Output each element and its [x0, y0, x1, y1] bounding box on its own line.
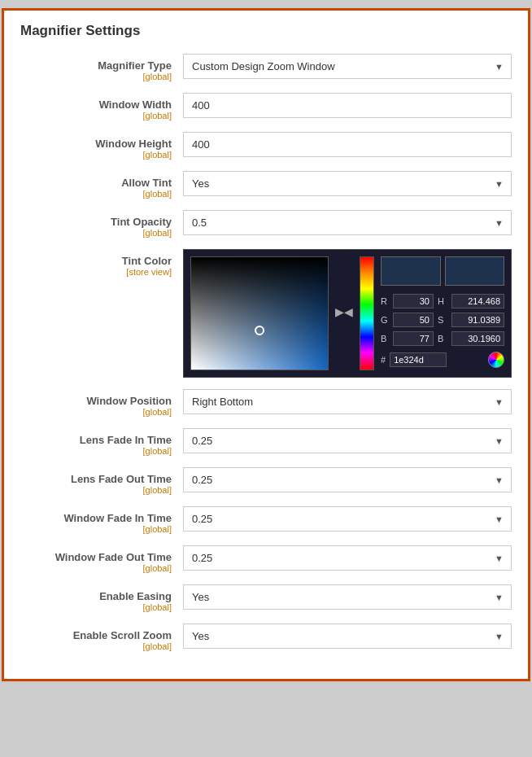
- g-label: G: [381, 315, 389, 325]
- window-width-scope: [global]: [20, 111, 172, 120]
- window-position-select[interactable]: Right Bottom Right Top Left Bottom Left …: [183, 389, 512, 414]
- enable-scroll-zoom-label: Enable Scroll Zoom: [20, 629, 172, 641]
- r-value-row: R H: [381, 294, 504, 308]
- brightness-label: B: [438, 334, 447, 343]
- hex-input[interactable]: [390, 352, 447, 367]
- tint-color-label-col: Tint Color [store view]: [20, 249, 183, 277]
- window-height-input[interactable]: [183, 132, 512, 157]
- window-position-label-col: Window Position [global]: [20, 389, 183, 417]
- magnifier-type-select[interactable]: Custom Design Zoom Window Inner Zoom Sta…: [183, 54, 512, 79]
- allow-tint-scope: [global]: [20, 189, 172, 199]
- enable-scroll-zoom-row: Enable Scroll Zoom [global] Yes No ▼: [20, 624, 512, 651]
- s-input[interactable]: [451, 313, 504, 327]
- window-width-row: Window Width [global]: [20, 93, 512, 120]
- enable-scroll-zoom-control: Yes No ▼: [183, 624, 512, 649]
- tint-color-scope: [store view]: [20, 267, 172, 277]
- g-input[interactable]: [393, 313, 434, 327]
- window-height-control: [183, 132, 512, 157]
- window-fade-out-select[interactable]: 0.25 0.5 1.0: [183, 545, 512, 571]
- r-input[interactable]: [393, 294, 434, 308]
- r-label: R: [381, 296, 389, 306]
- lens-fade-out-select[interactable]: 0.25 0.5 1.0: [183, 467, 512, 492]
- h-label: H: [438, 296, 447, 306]
- enable-scroll-zoom-scope: [global]: [20, 641, 172, 651]
- window-width-label: Window Width: [20, 98, 172, 111]
- magnifier-type-row: Magnifier Type [global] Custom Design Zo…: [20, 54, 512, 81]
- tint-opacity-row: Tint Opacity [global] 0.5 0.1 0.2 0.3 0.…: [20, 210, 512, 238]
- lens-fade-in-select-wrapper: 0.25 0.5 1.0 ▼: [183, 428, 512, 453]
- hash-label: #: [381, 355, 386, 365]
- window-fade-out-scope: [global]: [20, 563, 172, 573]
- gradient-picker-circle: [255, 326, 264, 335]
- brightness-input[interactable]: [451, 331, 504, 346]
- color-gradient-area[interactable]: [190, 256, 329, 370]
- tint-opacity-control: 0.5 0.1 0.2 0.3 0.4 0.6 0.7 0.8 0.9 1.0 …: [183, 210, 512, 235]
- rainbow-hue-bar[interactable]: [360, 256, 374, 370]
- enable-scroll-zoom-select-wrapper: Yes No ▼: [183, 624, 512, 649]
- window-position-scope: [global]: [20, 407, 172, 417]
- color-preview-row: [381, 256, 504, 286]
- gradient-arrow: ▶◀: [335, 256, 353, 318]
- window-fade-in-label-col: Window Fade In Time [global]: [20, 506, 183, 534]
- window-fade-out-control: 0.25 0.5 1.0 ▼: [183, 545, 512, 571]
- enable-easing-label: Enable Easing: [20, 590, 172, 602]
- allow-tint-label: Allow Tint: [20, 177, 172, 189]
- magnifier-type-control: Custom Design Zoom Window Inner Zoom Sta…: [183, 54, 512, 79]
- tint-color-control: ▶◀ R H: [183, 249, 512, 378]
- b-label: B: [381, 334, 389, 343]
- color-preview-new: [445, 256, 505, 286]
- tint-opacity-label-col: Tint Opacity [global]: [20, 210, 183, 238]
- allow-tint-select[interactable]: Yes No: [183, 171, 512, 196]
- lens-fade-in-label-col: Lens Fade In Time [global]: [20, 428, 183, 456]
- window-width-control: [183, 93, 512, 118]
- window-fade-out-row: Window Fade Out Time [global] 0.25 0.5 1…: [20, 545, 512, 573]
- window-position-label: Window Position: [20, 395, 172, 407]
- window-position-select-wrapper: Right Bottom Right Top Left Bottom Left …: [183, 389, 512, 414]
- enable-scroll-zoom-select[interactable]: Yes No: [183, 624, 512, 649]
- window-fade-in-row: Window Fade In Time [global] 0.25 0.5 1.…: [20, 506, 512, 534]
- window-position-control: Right Bottom Right Top Left Bottom Left …: [183, 389, 512, 414]
- enable-scroll-zoom-label-col: Enable Scroll Zoom [global]: [20, 624, 183, 651]
- panel-title: Magnifier Settings: [20, 23, 512, 39]
- enable-easing-label-col: Enable Easing [global]: [20, 584, 183, 612]
- window-width-label-col: Window Width [global]: [20, 93, 183, 120]
- enable-easing-row: Enable Easing [global] Yes No ▼: [20, 584, 512, 612]
- s-label: S: [438, 315, 447, 325]
- window-width-input[interactable]: [183, 93, 512, 118]
- color-wheel-button[interactable]: [488, 352, 504, 368]
- lens-fade-in-label: Lens Fade In Time: [20, 434, 172, 446]
- h-input[interactable]: [451, 294, 504, 308]
- magnifier-type-label: Magnifier Type: [20, 59, 172, 72]
- allow-tint-row: Allow Tint [global] Yes No ▼: [20, 171, 512, 199]
- window-fade-out-select-wrapper: 0.25 0.5 1.0 ▼: [183, 545, 512, 571]
- tint-opacity-label: Tint Opacity: [20, 216, 172, 228]
- tint-opacity-scope: [global]: [20, 228, 172, 238]
- allow-tint-label-col: Allow Tint [global]: [20, 171, 183, 199]
- color-preview-current: [381, 256, 441, 286]
- lens-fade-in-control: 0.25 0.5 1.0 ▼: [183, 428, 512, 453]
- enable-easing-select-wrapper: Yes No ▼: [183, 584, 512, 610]
- tint-opacity-select[interactable]: 0.5 0.1 0.2 0.3 0.4 0.6 0.7 0.8 0.9 1.0: [183, 210, 512, 235]
- window-height-row: Window Height [global]: [20, 132, 512, 160]
- window-fade-in-label: Window Fade In Time: [20, 512, 172, 524]
- lens-fade-out-select-wrapper: 0.25 0.5 1.0 ▼: [183, 467, 512, 492]
- window-fade-out-label: Window Fade Out Time: [20, 551, 172, 563]
- b-input[interactable]: [393, 331, 434, 346]
- settings-panel: Magnifier Settings Magnifier Type [globa…: [2, 8, 530, 681]
- color-values-panel: R H G S: [381, 256, 504, 368]
- lens-fade-out-label-col: Lens Fade Out Time [global]: [20, 467, 183, 495]
- g-value-row: G S: [381, 313, 504, 327]
- lens-fade-in-select[interactable]: 0.25 0.5 1.0: [183, 428, 512, 453]
- window-fade-out-label-col: Window Fade Out Time [global]: [20, 545, 183, 573]
- tint-opacity-select-wrapper: 0.5 0.1 0.2 0.3 0.4 0.6 0.7 0.8 0.9 1.0 …: [183, 210, 512, 235]
- window-height-scope: [global]: [20, 150, 172, 160]
- allow-tint-select-wrapper: Yes No ▼: [183, 171, 512, 196]
- magnifier-type-label-col: Magnifier Type [global]: [20, 54, 183, 81]
- lens-fade-out-row: Lens Fade Out Time [global] 0.25 0.5 1.0…: [20, 467, 512, 495]
- allow-tint-control: Yes No ▼: [183, 171, 512, 196]
- enable-easing-select[interactable]: Yes No: [183, 584, 512, 610]
- window-fade-in-select[interactable]: 0.25 0.5 1.0: [183, 506, 512, 532]
- window-fade-in-control: 0.25 0.5 1.0 ▼: [183, 506, 512, 532]
- lens-fade-out-scope: [global]: [20, 485, 172, 495]
- color-picker: ▶◀ R H: [183, 249, 512, 378]
